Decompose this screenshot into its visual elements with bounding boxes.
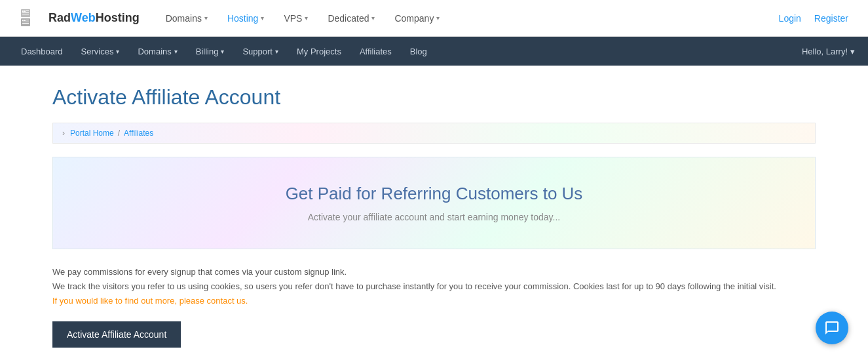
svg-rect-4 — [22, 12, 29, 13]
svg-rect-3 — [26, 10, 29, 11]
breadcrumb-home-link[interactable]: Portal Home — [70, 129, 114, 138]
hero-title: Get Paid for Referring Customers to Us — [66, 184, 802, 204]
user-greeting-text: Hello, Larry! — [802, 47, 848, 56]
secondary-nav-services[interactable]: Services ▾ — [73, 37, 128, 66]
dedicated-arrow-icon: ▾ — [371, 14, 375, 22]
secondary-nav-billing[interactable]: Billing ▾ — [188, 37, 233, 66]
svg-rect-11 — [22, 23, 29, 24]
chat-icon — [824, 320, 840, 336]
top-nav-vps[interactable]: VPS ▾ — [284, 13, 308, 24]
support-arrow-icon: ▾ — [275, 48, 278, 55]
top-nav-dedicated[interactable]: Dedicated ▾ — [328, 13, 375, 24]
company-arrow-icon: ▾ — [436, 14, 440, 22]
hosting-arrow-icon: ▾ — [261, 14, 264, 22]
breadcrumb: › Portal Home / Affiliates — [52, 123, 816, 144]
secondary-nav-dashboard[interactable]: Dashboard — [13, 37, 71, 66]
secondary-navigation: Dashboard Services ▾ Domains ▾ Billing ▾… — [0, 37, 868, 66]
top-nav-company[interactable]: Company ▾ — [394, 13, 440, 24]
secondary-nav-blog[interactable]: Blog — [402, 37, 435, 66]
breadcrumb-current: Affiliates — [124, 129, 153, 138]
svg-rect-1 — [22, 10, 24, 12]
hero-banner: Get Paid for Referring Customers to Us A… — [52, 157, 816, 249]
user-greeting-area[interactable]: Hello, Larry! ▾ — [802, 47, 855, 56]
secondary-nav-domains[interactable]: Domains ▾ — [130, 37, 185, 66]
breadcrumb-arrow-icon: › — [62, 129, 65, 138]
svg-rect-2 — [24, 10, 26, 12]
svg-rect-8 — [24, 20, 26, 21]
secondary-nav-myprojects[interactable]: My Projects — [289, 37, 349, 66]
sec-domains-arrow-icon: ▾ — [174, 48, 178, 55]
secondary-nav-affiliates[interactable]: Affiliates — [352, 37, 400, 66]
activate-affiliate-button[interactable]: Activate Affiliate Account — [52, 321, 181, 348]
hero-subtitle: Activate your affiliate account and star… — [66, 212, 802, 222]
billing-arrow-icon: ▾ — [221, 48, 224, 55]
logo-text: RadWebHosting — [48, 11, 140, 25]
secondary-nav-support[interactable]: Support ▾ — [235, 37, 286, 66]
logo[interactable]: RadWebHosting — [20, 7, 140, 30]
top-nav-links: Domains ▾ Hosting ▾ VPS ▾ Dedicated ▾ Co… — [166, 13, 779, 24]
domains-arrow-icon: ▾ — [204, 14, 208, 22]
svg-rect-9 — [26, 20, 29, 20]
breadcrumb-separator: / — [118, 129, 120, 138]
description-highlight: If you would like to find out more, plea… — [52, 294, 816, 308]
svg-rect-5 — [22, 14, 29, 14]
svg-rect-10 — [22, 22, 29, 22]
register-link[interactable]: Register — [814, 13, 848, 24]
secondary-nav-items: Dashboard Services ▾ Domains ▾ Billing ▾… — [13, 37, 802, 66]
login-link[interactable]: Login — [779, 13, 801, 24]
top-navigation: RadWebHosting Domains ▾ Hosting ▾ VPS ▾ … — [0, 0, 868, 37]
logo-icon — [20, 7, 43, 30]
description-line-1: We pay commissions for every signup that… — [52, 265, 816, 279]
top-nav-auth: Login Register — [779, 13, 848, 24]
svg-rect-7 — [22, 20, 24, 21]
page-title: Activate Affiliate Account — [52, 85, 816, 110]
services-arrow-icon: ▾ — [116, 48, 119, 55]
main-content: Activate Affiliate Account › Portal Home… — [0, 66, 868, 364]
chat-bubble-button[interactable] — [816, 312, 848, 344]
vps-arrow-icon: ▾ — [305, 14, 308, 22]
description-block: We pay commissions for every signup that… — [52, 265, 816, 308]
user-arrow-icon: ▾ — [850, 47, 855, 56]
top-nav-domains[interactable]: Domains ▾ — [166, 13, 208, 24]
description-line-2: We track the visitors you refer to us us… — [52, 279, 816, 294]
top-nav-hosting[interactable]: Hosting ▾ — [227, 13, 264, 24]
